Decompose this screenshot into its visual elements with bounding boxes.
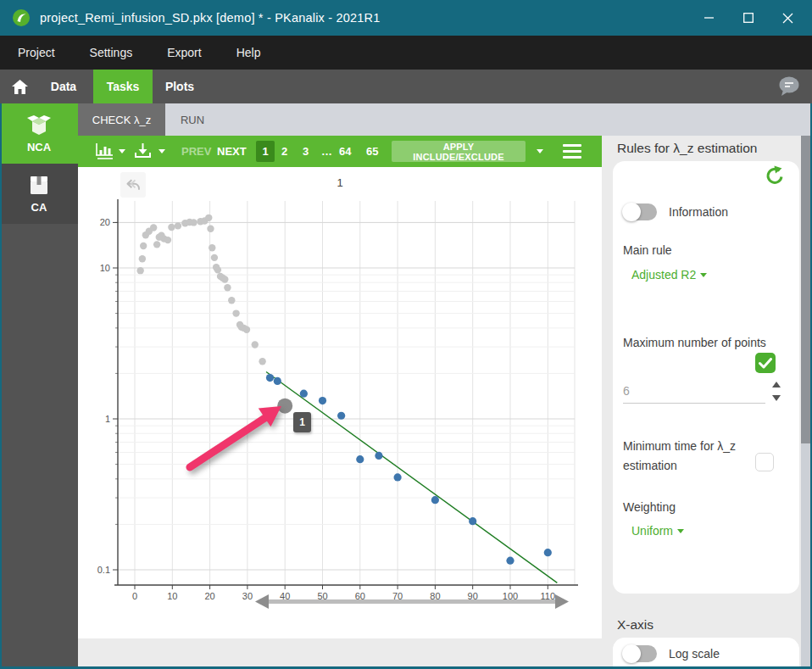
data-point-included[interactable] <box>431 496 439 504</box>
data-point-excluded[interactable] <box>205 215 212 221</box>
data-point-excluded[interactable] <box>209 244 215 251</box>
home-button[interactable] <box>0 70 39 103</box>
page-button-3[interactable]: 3 <box>303 145 309 158</box>
menu-project[interactable]: Project <box>18 46 55 59</box>
data-point-included[interactable] <box>375 452 382 460</box>
data-point-included[interactable] <box>469 517 476 525</box>
max-points-checkbox[interactable] <box>755 353 776 373</box>
page-button-1[interactable]: 1 <box>256 141 275 162</box>
data-point-excluded[interactable] <box>153 241 160 248</box>
y-tick-label: 10 <box>100 263 110 273</box>
data-point-excluded[interactable] <box>211 254 218 261</box>
plot-area: 1 0102030405060708090100110201010.1 1 <box>78 167 602 638</box>
data-point-excluded[interactable] <box>214 266 221 273</box>
data-point-excluded[interactable] <box>150 224 157 231</box>
data-point-excluded[interactable] <box>140 243 147 249</box>
sidebar-item-ca[interactable]: CA <box>0 164 78 224</box>
tab-tasks[interactable]: Tasks <box>93 70 153 103</box>
data-point-excluded[interactable] <box>259 358 265 365</box>
data-point-included[interactable] <box>356 455 364 463</box>
data-point-excluded[interactable] <box>232 309 239 316</box>
main-rule-select[interactable]: Adjusted R2 <box>631 268 707 282</box>
title-bar: project_Remi_infusion_SD.pkx [demo] * - … <box>0 0 812 36</box>
data-point-excluded[interactable] <box>224 284 231 291</box>
data-point-excluded[interactable] <box>252 341 259 348</box>
max-points-label: Maximum number of points <box>623 336 766 349</box>
data-point-included[interactable] <box>319 397 326 404</box>
chart-type-caret[interactable] <box>119 149 125 153</box>
export-caret[interactable] <box>159 149 165 153</box>
data-point-included[interactable] <box>274 377 281 385</box>
information-toggle[interactable] <box>623 203 657 220</box>
sidebar: NCA CA <box>0 103 78 669</box>
min-time-label-line2: estimation <box>623 459 677 472</box>
data-point-included[interactable] <box>506 557 514 565</box>
max-points-decrement[interactable] <box>772 395 781 401</box>
min-time-label-line1: Minimum time for λ_z <box>623 439 736 453</box>
data-point-excluded[interactable] <box>221 276 228 282</box>
x-tick-label: 10 <box>167 591 177 601</box>
data-point-excluded[interactable] <box>136 267 143 274</box>
home-icon <box>12 80 28 94</box>
plot-menu-button[interactable] <box>563 144 581 159</box>
chart-type-button[interactable] <box>95 142 114 163</box>
apply-include-exclude-button[interactable]: APPLY INCLUDE/EXCLUDE <box>392 141 526 162</box>
x-range-slider[interactable] <box>255 594 569 609</box>
menu-export[interactable]: Export <box>167 46 201 59</box>
export-plot-button[interactable] <box>134 142 152 163</box>
apply-options-caret[interactable] <box>537 149 543 153</box>
app-logo-icon <box>12 8 31 27</box>
regression-line <box>266 372 557 583</box>
tab-plots[interactable]: Plots <box>153 70 207 103</box>
closed-box-icon <box>28 175 50 197</box>
log-scale-toggle[interactable] <box>623 645 657 662</box>
sidebar-item-nca[interactable]: NCA <box>0 103 78 164</box>
menu-bar: Project Settings Export Help <box>0 36 812 70</box>
min-time-checkbox[interactable] <box>755 453 774 471</box>
data-point-included[interactable] <box>337 412 345 420</box>
download-icon <box>134 142 152 159</box>
data-point-excluded[interactable] <box>164 237 171 243</box>
settings-panel: Rules for λ_z estimation Information Mai… <box>602 136 812 669</box>
lambda-z-plot[interactable]: 0102030405060708090100110201010.1 <box>78 167 602 638</box>
dropdown-caret-icon <box>700 273 707 277</box>
close-button[interactable] <box>768 0 807 36</box>
data-point-selected[interactable] <box>277 399 292 414</box>
maximize-button[interactable] <box>729 0 768 36</box>
weighting-label: Weighting <box>623 500 676 514</box>
page-button-2[interactable]: 2 <box>281 145 287 158</box>
x-tick-label: 30 <box>242 591 253 601</box>
page-button-64[interactable]: 64 <box>339 145 351 158</box>
max-points-increment[interactable] <box>772 382 781 387</box>
tab-run[interactable]: RUN <box>165 103 220 136</box>
weighting-select[interactable]: Uniform <box>631 524 684 538</box>
data-point-included[interactable] <box>544 549 552 556</box>
menu-help[interactable]: Help <box>236 46 261 59</box>
data-point-included[interactable] <box>300 390 308 398</box>
data-point-excluded[interactable] <box>190 219 197 226</box>
data-point-excluded[interactable] <box>175 222 181 229</box>
page-button-65[interactable]: 65 <box>366 145 378 158</box>
data-point-excluded[interactable] <box>207 226 214 232</box>
data-point-excluded[interactable] <box>243 326 250 333</box>
sidebar-item-label: CA <box>31 201 47 214</box>
log-scale-label: Log scale <box>669 647 720 661</box>
data-point-excluded[interactable] <box>168 224 175 231</box>
panel-scrollbar-track[interactable] <box>801 136 810 669</box>
tab-check-lambda-z[interactable]: CHECK λ_z <box>78 103 165 136</box>
plot-toolbar: PREV NEXT 1 2 3 … 64 65 APPLY INCLUDE/EX… <box>78 136 602 167</box>
data-point-included[interactable] <box>266 374 274 382</box>
menu-settings[interactable]: Settings <box>90 46 133 59</box>
minimize-button[interactable] <box>690 0 729 36</box>
data-point-excluded[interactable] <box>139 255 146 262</box>
prev-page-button[interactable]: PREV <box>181 145 211 158</box>
data-point-included[interactable] <box>394 473 402 481</box>
panel-title: Rules for λ_z estimation <box>617 141 757 156</box>
next-page-button[interactable]: NEXT <box>217 145 247 158</box>
feedback-button[interactable] <box>778 76 800 100</box>
tab-data[interactable]: Data <box>39 70 88 103</box>
data-point-excluded[interactable] <box>228 297 235 304</box>
panel-scrollbar-thumb[interactable] <box>801 136 810 443</box>
max-points-input[interactable]: 6 <box>623 378 765 404</box>
reset-rules-button[interactable] <box>764 165 784 189</box>
